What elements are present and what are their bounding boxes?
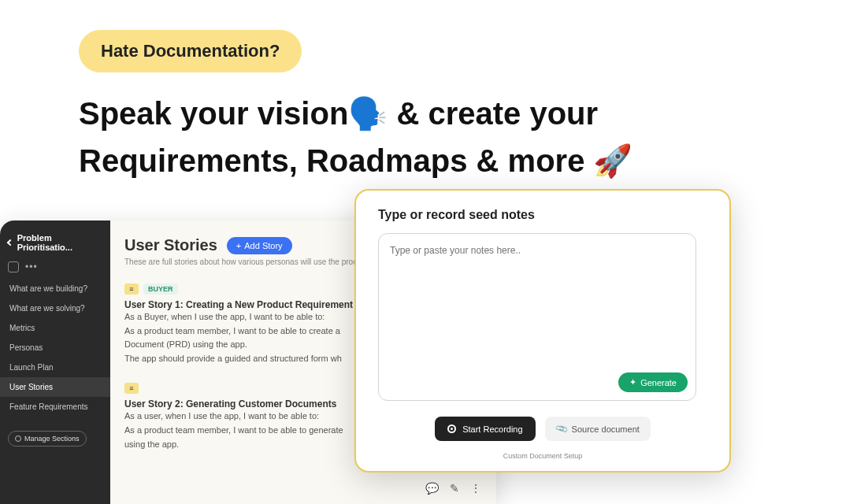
panel-icon[interactable] — [8, 261, 19, 272]
record-icon — [447, 424, 456, 433]
persona-badge-icon: ≡ — [124, 284, 139, 295]
sidebar-item-4[interactable]: Launch Plan — [0, 358, 110, 377]
sidebar: Problem Prioritisatio... ••• What are we… — [0, 220, 110, 504]
sidebar-item-6[interactable]: Feature Requirements — [0, 397, 110, 417]
sidebar-header[interactable]: Problem Prioritisatio... — [0, 227, 110, 258]
notes-input-container: ✦ Generate — [378, 233, 696, 401]
section-title: User Stories — [124, 236, 217, 254]
comment-icon[interactable]: 💬 — [425, 482, 439, 495]
source-document-button[interactable]: 📎 Source document — [545, 417, 651, 441]
persona-badge-icon: ≡ — [124, 383, 139, 394]
hero-headline: Speak your vision🗣️ & create your Requir… — [79, 90, 725, 184]
sidebar-item-1[interactable]: What are we solving? — [0, 298, 110, 318]
more-icon[interactable]: ••• — [25, 261, 38, 272]
hero-pill: Hate Documentation? — [79, 30, 302, 72]
modal-footer: Custom Document Setup — [378, 452, 707, 460]
start-recording-label: Start Recording — [462, 424, 522, 434]
generate-label: Generate — [640, 378, 677, 387]
sidebar-item-5[interactable]: User Stories — [0, 377, 110, 397]
generate-button[interactable]: ✦ Generate — [618, 372, 688, 392]
sparkle-icon: ✦ — [629, 377, 636, 387]
source-document-label: Source document — [572, 424, 640, 434]
add-story-label: Add Story — [244, 241, 282, 250]
project-title: Problem Prioritisatio... — [17, 233, 102, 252]
add-story-button[interactable]: + Add Story — [227, 237, 292, 254]
attachment-icon: 📎 — [554, 421, 569, 435]
edit-icon[interactable]: ✎ — [450, 482, 459, 495]
manage-sections-button[interactable]: Manage Sections — [8, 431, 87, 447]
gear-icon — [15, 435, 21, 442]
hero-line1: Speak your vision🗣️ & create your — [79, 96, 598, 131]
persona-chip: BUYER — [143, 284, 178, 295]
hero-line2: Requirements, Roadmaps & more 🚀 — [79, 137, 725, 184]
notes-input[interactable] — [390, 245, 684, 389]
sidebar-item-0[interactable]: What are we building? — [0, 279, 110, 298]
kebab-icon[interactable]: ⋮ — [470, 482, 481, 495]
manage-sections-label: Manage Sections — [24, 435, 80, 443]
plus-icon: + — [236, 241, 241, 250]
start-recording-button[interactable]: Start Recording — [435, 417, 535, 441]
sidebar-item-2[interactable]: Metrics — [0, 318, 110, 338]
floating-toolbar: 💬 ✎ ⋮ — [425, 482, 481, 495]
chevron-left-icon — [7, 239, 13, 246]
sidebar-item-3[interactable]: Personas — [0, 338, 110, 358]
modal-title: Type or record seed notes — [378, 208, 707, 222]
seed-notes-modal: Type or record seed notes ✦ Generate Sta… — [354, 189, 731, 472]
